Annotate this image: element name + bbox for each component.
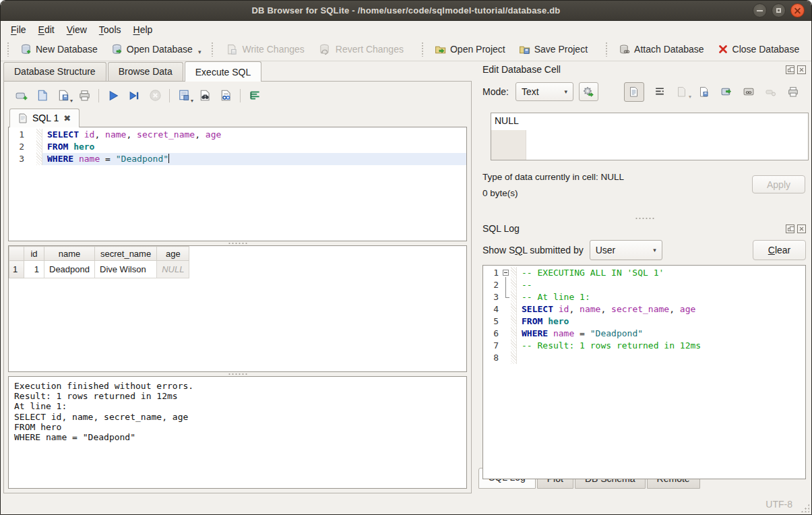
save-project-icon xyxy=(519,44,530,55)
maximize-icon xyxy=(776,8,781,13)
toolbar-handle[interactable] xyxy=(605,42,608,57)
code-line: 3-- At line 1: xyxy=(483,291,805,303)
window-title: DB Browser for SQLite - /home/user/code/… xyxy=(1,5,811,16)
float-dock-button[interactable] xyxy=(786,65,794,74)
set-as-null-button[interactable] xyxy=(720,85,733,98)
open-sql-file-button[interactable] xyxy=(36,89,49,102)
new-sql-tab-button[interactable] xyxy=(15,89,28,102)
fold-margin xyxy=(28,141,36,153)
code-text: SELECT id, name, secret_name, age xyxy=(42,129,466,141)
mode-select[interactable]: Text ▾ xyxy=(516,82,573,101)
editor-margin xyxy=(36,129,42,141)
splitter-handle-icon xyxy=(228,242,248,245)
open-database-button[interactable]: Open Database ▾ xyxy=(106,41,207,58)
toolbar-handle[interactable] xyxy=(7,42,10,57)
column-header-name[interactable]: name xyxy=(44,247,95,261)
menu-view[interactable]: View xyxy=(61,22,93,37)
replace-button[interactable] xyxy=(219,89,232,102)
menu-edit[interactable]: Edit xyxy=(32,22,61,37)
cell-value: NULL xyxy=(495,115,519,126)
results-grid[interactable]: id name secret_name age 1 1 Deadpond Div… xyxy=(8,245,467,372)
encoding-indicator[interactable]: UTF-8 xyxy=(766,499,792,510)
save-project-label: Save Project xyxy=(534,44,588,55)
execute-line-button[interactable] xyxy=(127,89,141,102)
cell-name[interactable]: Deadpond xyxy=(44,261,95,278)
tab-browse-data[interactable]: Browse Data xyxy=(108,62,183,81)
open-project-icon xyxy=(435,44,446,55)
toolbar-separator xyxy=(169,89,170,102)
sql-log-editor[interactable]: 1-- EXECUTING ALL IN 'SQL 1'2--3-- At li… xyxy=(482,265,806,479)
show-sql-label: Show SQL submitted by xyxy=(482,245,584,255)
menu-help[interactable]: Help xyxy=(127,22,159,37)
cell-id[interactable]: 1 xyxy=(24,261,44,278)
toolbar-handle[interactable] xyxy=(211,42,214,57)
close-dock-button[interactable] xyxy=(797,65,806,74)
cell-age[interactable]: NULL xyxy=(157,261,189,278)
write-changes-button[interactable]: Write Changes xyxy=(219,40,309,59)
close-database-button[interactable]: Close Database xyxy=(712,41,805,57)
sql-document-tab[interactable]: SQL 1 ✖ xyxy=(9,109,80,127)
attach-database-button[interactable]: Attach Database xyxy=(613,41,710,58)
save-project-button[interactable]: Save Project xyxy=(513,41,593,58)
window-controls xyxy=(753,3,805,18)
resize-grip[interactable] xyxy=(801,504,809,512)
close-sql-tab-icon[interactable]: ✖ xyxy=(63,114,71,123)
execute-all-button[interactable] xyxy=(106,89,120,102)
close-dock-button[interactable] xyxy=(797,224,806,233)
save-results-button[interactable]: ▾ xyxy=(177,89,191,102)
save-sql-file-button[interactable]: ▾ xyxy=(57,89,70,102)
gear-arrow-icon xyxy=(582,86,594,98)
text-mode-button[interactable] xyxy=(624,82,644,102)
format-sql-button[interactable] xyxy=(248,89,261,102)
edit-cell-dock-header: Edit Database Cell xyxy=(478,61,811,76)
find-button[interactable] xyxy=(198,89,212,102)
chevron-down-icon[interactable]: ▾ xyxy=(191,98,193,104)
chevron-down-icon[interactable]: ▾ xyxy=(198,49,201,55)
tab-execute-sql[interactable]: Execute SQL xyxy=(185,61,262,82)
revert-changes-button[interactable]: Revert Changes xyxy=(313,40,409,59)
show-sql-label-key: Q xyxy=(515,245,522,255)
cell-secret-name[interactable]: Dive Wilson xyxy=(95,261,157,278)
code-line: 7-- Result: 1 rows returned in 12ms xyxy=(483,340,805,352)
column-header-id[interactable]: id xyxy=(24,247,44,261)
fold-marker-icon xyxy=(502,291,511,303)
maximize-button[interactable] xyxy=(772,3,786,18)
print-sql-button[interactable] xyxy=(77,89,91,102)
line-number: 4 xyxy=(483,303,502,315)
titlebar[interactable]: DB Browser for SQLite - /home/user/code/… xyxy=(1,1,811,21)
toolbar-handle[interactable] xyxy=(421,42,425,57)
clear-log-button[interactable]: Clear xyxy=(753,240,806,260)
open-in-external-button[interactable] xyxy=(742,85,755,98)
line-number: 5 xyxy=(483,315,502,328)
close-window-button[interactable] xyxy=(790,3,805,18)
stop-execution-button[interactable] xyxy=(148,89,162,102)
sql-log-code: 1-- EXECUTING ALL IN 'SQL 1'2--3-- At li… xyxy=(483,267,805,364)
tab-database-structure[interactable]: Database Structure xyxy=(3,62,106,81)
line-number: 1 xyxy=(483,267,502,279)
remove-button[interactable] xyxy=(764,85,778,98)
sql-editor[interactable]: 1SELECT id, name, secret_name, age2FROM … xyxy=(8,127,467,241)
menu-file[interactable]: File xyxy=(5,22,32,37)
apply-button[interactable]: Apply xyxy=(752,175,805,193)
menu-tools[interactable]: Tools xyxy=(93,22,127,37)
column-header-age[interactable]: age xyxy=(157,247,189,261)
print-cell-button[interactable] xyxy=(786,85,800,98)
new-database-button[interactable]: New Database xyxy=(15,41,103,58)
float-dock-button[interactable] xyxy=(786,224,794,233)
row-number[interactable]: 1 xyxy=(9,261,24,278)
toolbar-separator xyxy=(240,89,241,102)
column-header-secret-name[interactable]: secret_name xyxy=(95,247,157,261)
import-cell-button[interactable]: ▾ xyxy=(675,85,689,98)
word-wrap-button[interactable] xyxy=(653,85,666,98)
cell-value-editor[interactable]: NULL xyxy=(491,113,809,160)
sql-file-icon xyxy=(18,113,28,123)
minimize-button[interactable] xyxy=(753,3,767,18)
chevron-down-icon[interactable]: ▾ xyxy=(70,98,73,104)
open-project-button[interactable]: Open Project xyxy=(429,41,511,58)
code-text: WHERE name = "Deadpond" xyxy=(517,328,805,340)
export-cell-button[interactable] xyxy=(697,85,711,98)
line-number: 3 xyxy=(483,291,502,303)
auto-switch-mode-button[interactable] xyxy=(579,82,598,101)
log-source-select[interactable]: User ▾ xyxy=(590,240,662,260)
fold-marker-icon[interactable] xyxy=(502,267,511,279)
